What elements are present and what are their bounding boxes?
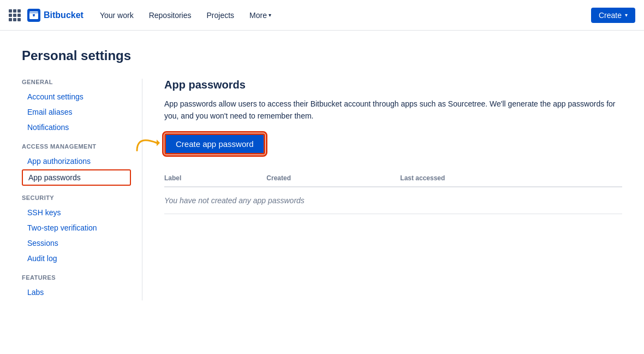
nav-your-work[interactable]: Your work: [94, 0, 139, 31]
sidebar-item-app-authorizations[interactable]: App authorizations: [22, 154, 131, 168]
create-chevron-icon: ▾: [625, 12, 628, 18]
page-title: Personal settings: [22, 48, 622, 63]
sidebar-item-labs[interactable]: Labs: [22, 285, 131, 299]
sidebar-item-two-step-verification[interactable]: Two-step verification: [22, 221, 131, 235]
bitbucket-logo[interactable]: Bitbucket: [27, 9, 84, 22]
app-passwords-table: Label Created Last accessed You have not…: [164, 170, 622, 214]
grid-icon[interactable]: [9, 9, 21, 21]
annotation-arrow: [133, 131, 161, 155]
sidebar-item-app-passwords[interactable]: App passwords: [22, 169, 131, 186]
more-chevron-icon: ▾: [269, 0, 271, 31]
empty-message: You have not created any app passwords: [164, 187, 622, 214]
navbar: Bitbucket Your work Repositories Project…: [0, 0, 644, 31]
sidebar-section-access-management: ACCESS MANAGEMENT: [22, 143, 131, 150]
col-last-accessed: Last accessed: [400, 170, 622, 187]
sidebar-item-sessions[interactable]: Sessions: [22, 236, 131, 250]
sidebar-section-features: FEATURES: [22, 274, 131, 281]
logo-icon: [27, 9, 40, 22]
sidebar-section-security: SECURITY: [22, 194, 131, 201]
sidebar-item-ssh-keys[interactable]: SSH keys: [22, 205, 131, 220]
sidebar: GENERAL Account settings Email aliases N…: [22, 79, 142, 300]
table-empty-row: You have not created any app passwords: [164, 187, 622, 214]
sidebar-item-audit-log[interactable]: Audit log: [22, 251, 131, 266]
nav-more[interactable]: More ▾: [244, 0, 277, 31]
create-app-password-button[interactable]: Create app password: [164, 133, 265, 155]
app-passwords-description: App passwords allow users to access thei…: [164, 98, 622, 122]
col-label: Label: [164, 170, 266, 187]
nav-repositories[interactable]: Repositories: [144, 0, 197, 31]
create-button[interactable]: Create ▾: [591, 8, 635, 23]
svg-marker-0: [157, 140, 160, 146]
sidebar-item-account-settings[interactable]: Account settings: [22, 90, 131, 104]
sidebar-item-notifications[interactable]: Notifications: [22, 120, 131, 134]
col-created: Created: [266, 170, 400, 187]
sidebar-item-email-aliases[interactable]: Email aliases: [22, 105, 131, 119]
main-content: App passwords App passwords allow users …: [142, 79, 622, 300]
nav-projects[interactable]: Projects: [201, 0, 240, 31]
logo-text: Bitbucket: [44, 10, 84, 20]
sidebar-section-general: GENERAL: [22, 79, 131, 85]
app-passwords-title: App passwords: [164, 79, 622, 91]
